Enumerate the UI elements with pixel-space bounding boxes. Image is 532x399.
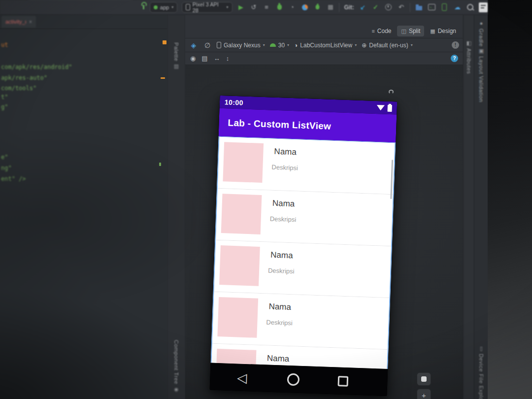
coverage-icon[interactable]: ◔ — [288, 3, 297, 12]
item-image-placeholder — [219, 245, 260, 286]
design-surface[interactable]: 10:00 Lab - Custom ListView Nama Deskrip… — [185, 65, 463, 399]
list-item[interactable]: Nama Deskripsi — [214, 240, 391, 298]
profiler-icon[interactable] — [301, 3, 309, 12]
chevron-down-icon: ▾ — [171, 5, 173, 9]
debug-icon[interactable] — [275, 3, 284, 12]
editor-tab-bar: activity_main.xml × — [0, 15, 167, 29]
stop-button[interactable] — [326, 3, 334, 12]
app-bar-title: Lab - Custom ListView — [228, 117, 331, 132]
item-image-placeholder — [221, 194, 262, 234]
search-everywhere-icon[interactable] — [466, 3, 474, 12]
gradle-icon: ● — [480, 21, 483, 26]
file-tab[interactable]: activity_main.xml × — [1, 16, 36, 28]
component-tree-label: Component Tree — [173, 340, 179, 384]
zoom-in-button[interactable]: + — [417, 389, 431, 399]
attributes-label: Attributes — [466, 48, 472, 74]
editor-mode-tabs: ≡ Code ◫ Split ▦ Design — [185, 15, 463, 38]
render-errors-button[interactable]: ! — [452, 41, 459, 49]
code-line: ut — [1, 41, 8, 48]
code-line: ng" — [1, 165, 12, 171]
toolbar-separator — [410, 3, 410, 12]
code-line: com/apk/res/android" — [1, 64, 72, 70]
apply-changes-icon[interactable]: ↺ — [250, 3, 258, 12]
item-image-placeholder — [223, 142, 264, 183]
view-options-icon[interactable]: ◉ — [190, 55, 196, 62]
list-item[interactable]: Nama Deskripsi — [216, 189, 393, 246]
zoom-controls: + − — [417, 372, 431, 399]
project-structure-icon[interactable] — [415, 3, 423, 12]
module-status-icon — [154, 5, 158, 9]
scrollbar-warning-mark[interactable] — [161, 77, 165, 79]
tab-split[interactable]: ◫ Split — [397, 26, 424, 36]
attributes-tool-button[interactable]: ◧ Attributes — [466, 40, 472, 74]
git-history-icon[interactable] — [384, 3, 393, 12]
tab-design[interactable]: ▦ Design — [426, 26, 460, 36]
build-wrench-icon[interactable] — [143, 5, 144, 9]
device-file-explorer-icon: ▯ — [480, 346, 483, 351]
status-time: 10:00 — [225, 98, 243, 106]
code-area[interactable]: ut com/apk/res/android" apk/res-auto" co… — [0, 29, 164, 399]
profile-square-icon[interactable] — [479, 3, 488, 12]
list-item[interactable]: Nama Deskripsi — [212, 292, 389, 350]
git-update-icon[interactable]: ↙ — [359, 3, 367, 12]
apply-code-changes-icon[interactable]: ≡ — [263, 3, 271, 12]
component-tree-tool-button[interactable]: Component Tree ◉ — [173, 340, 179, 392]
home-icon[interactable] — [287, 373, 300, 386]
device-in-editor-selector[interactable]: Galaxy Nexus ▾ — [217, 42, 265, 49]
layout-validation-tool-button[interactable]: ▣ Layout Validation — [478, 48, 484, 102]
code-line: apk/res-auto" — [1, 74, 47, 81]
file-tab-label: activity_main.xml — [5, 19, 26, 25]
horizontal-constraints-icon[interactable]: ↔ — [214, 55, 220, 62]
design-toolbar-row1: ◈ ∅ Galaxy Nexus ▾ 30 ▾ ◑ LabCustomListV… — [185, 38, 463, 52]
item-description: Deskripsi — [270, 215, 297, 224]
theme-selector[interactable]: ◑ LabCustomListView ▾ — [294, 42, 357, 49]
battery-icon — [388, 104, 392, 111]
attributes-stripe: ◧ Attributes — [463, 15, 474, 399]
code-line: t" — [1, 94, 8, 100]
code-line: e" — [1, 154, 8, 161]
terminal-icon[interactable]: >_ — [428, 3, 436, 12]
device-manager-icon[interactable] — [440, 3, 449, 12]
listview[interactable]: Nama Deskripsi Nama Deskripsi Nama Deskr… — [211, 136, 396, 369]
zoom-to-fit-button[interactable] — [417, 372, 431, 386]
gradle-tool-button[interactable]: ● Gradle — [478, 21, 484, 47]
theme-icon: ◑ — [294, 42, 298, 49]
list-item[interactable]: Nama Deskripsi — [218, 137, 395, 195]
wifi-icon — [377, 104, 385, 110]
device-file-explorer-label: Device File Explorer — [478, 354, 484, 399]
ide-right-stripe: ● Gradle ▣ Layout Validation ▯ Device Fi… — [474, 15, 488, 399]
photo-background-edge — [488, 0, 532, 399]
git-label: Git: — [344, 4, 354, 11]
design-surface-icon[interactable]: ◈ — [189, 41, 198, 50]
run-button[interactable]: ▶ — [237, 3, 245, 12]
orientation-icon[interactable]: ∅ — [203, 41, 212, 50]
navigation-bar[interactable]: ◁ — [210, 363, 388, 397]
xml-editor-pane[interactable]: activity_main.xml × ut com/apk/res/andro… — [0, 15, 168, 399]
item-name: Nama — [272, 199, 295, 209]
attach-debugger-icon[interactable] — [314, 3, 322, 12]
item-name: Nama — [270, 250, 293, 261]
help-button[interactable]: ? — [451, 55, 458, 62]
git-commit-icon[interactable]: ✓ — [371, 3, 380, 12]
sdk-manager-icon[interactable]: ☁ — [453, 3, 462, 12]
recents-icon[interactable] — [338, 376, 349, 387]
select-all-icon[interactable]: ▤ — [201, 55, 207, 62]
device-selector[interactable]: Pixel 3 API 28 ▾ — [182, 2, 232, 13]
git-rollback-icon[interactable]: ↶ — [397, 3, 405, 12]
layout-validation-icon: ▣ — [479, 48, 484, 54]
phone-preview[interactable]: 10:00 Lab - Custom ListView Nama Deskrip… — [210, 96, 398, 396]
api-level-selector[interactable]: 30 ▾ — [270, 42, 289, 49]
device-file-explorer-tool-button[interactable]: ▯ Device File Explorer — [478, 346, 484, 399]
run-config-selector[interactable]: app ▾ — [150, 2, 177, 13]
palette-tool-button[interactable]: Palette ▥ — [173, 42, 179, 69]
close-icon[interactable]: × — [29, 19, 32, 25]
code-line: ent" /> — [1, 175, 26, 182]
design-toolbar-row2: ◉ ▤ ↔ ↕ ? — [185, 52, 463, 65]
vertical-constraints-icon[interactable]: ↕ — [226, 55, 230, 62]
android-studio-window: app ▾ Pixel 3 API 28 ▾ ▶ ↺ ≡ ◔ Git: ↙ ✓ … — [0, 0, 532, 399]
tab-code[interactable]: ≡ Code — [367, 26, 395, 36]
scrollbar-warning-mark[interactable] — [163, 40, 166, 44]
back-icon[interactable]: ◁ — [237, 371, 247, 384]
device-in-editor-label: Galaxy Nexus — [224, 42, 261, 49]
locale-selector[interactable]: ⊕ Default (en-us) ▾ — [362, 42, 412, 49]
